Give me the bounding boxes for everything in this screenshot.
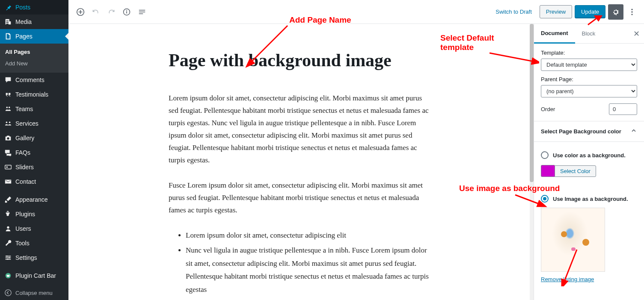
collapse-menu-button[interactable]: Collapse menu [0, 285, 68, 300]
collapse-icon [4, 289, 12, 297]
tab-document[interactable]: Document [534, 24, 575, 44]
sidebar-item-label: Tools [15, 240, 30, 247]
sidebar-item-label: Testimonials [15, 91, 48, 98]
sidebar-item-label: Teams [15, 106, 33, 112]
template-label: Template: [541, 50, 637, 56]
bg-color-panel-body: Use color as a background. Select Color … [534, 142, 644, 288]
list-block[interactable]: Lorem ipsum dolor sit amet, consectetur … [186, 229, 430, 296]
svg-point-13 [126, 10, 127, 11]
page-icon [4, 32, 12, 40]
sidebar-subitem[interactable]: All Pages [0, 46, 68, 58]
editor-header: Switch to Draft Preview Update [68, 0, 644, 24]
sidebar-item-settings[interactable]: Settings [0, 250, 68, 265]
sidebar-item-sliders[interactable]: Sliders [0, 160, 68, 174]
sidebar-item-faqs[interactable]: FAQs [0, 145, 68, 160]
media-icon [4, 18, 12, 26]
bg-color-panel-header[interactable]: Select Page Background color [534, 121, 644, 142]
sidebar-item-contact[interactable]: Contact [0, 174, 68, 189]
sidebar-item-media[interactable]: Media [0, 15, 68, 29]
gear-icon [611, 8, 620, 16]
paragraph-block[interactable]: Lorem ipsum dolor sit amet, consectetur … [169, 92, 430, 166]
sidebar-item-teams[interactable]: Teams [0, 102, 68, 116]
radio-use-image-label: Use Image as a background. [553, 196, 628, 202]
close-icon: ✕ [633, 29, 640, 38]
brush-icon [4, 196, 12, 203]
sidebar-item-label: Settings [15, 254, 37, 261]
sidebar-item-label: Plugin Cart Bar [15, 272, 56, 279]
inspector-sidebar: Document Block ✕ Template: Default templ… [534, 24, 644, 300]
svg-point-7 [7, 259, 9, 260]
svg-point-14 [631, 9, 632, 10]
close-inspector-button[interactable]: ✕ [629, 29, 644, 38]
svg-point-15 [631, 11, 632, 12]
paragraph-block[interactable]: Fusce Lorem ipsum dolor sit amet, consec… [169, 179, 430, 217]
pin-icon [4, 3, 12, 11]
sidebar-item-label: Posts [15, 4, 30, 11]
scrollbar-thumb[interactable] [530, 24, 534, 182]
group-icon [4, 105, 12, 113]
template-select[interactable]: Default template [541, 59, 637, 71]
mail-icon [4, 178, 12, 185]
editor-canvas[interactable]: Page with background image Lorem ipsum d… [68, 24, 530, 300]
sidebar-item-pages[interactable]: Pages [0, 29, 68, 44]
sidebar-subitem[interactable]: Add New [0, 58, 68, 69]
svg-point-5 [6, 256, 8, 257]
update-button[interactable]: Update [575, 5, 605, 18]
order-input[interactable] [609, 103, 637, 115]
remove-listing-image-link[interactable]: Remove listing image [541, 276, 594, 282]
sidebar-item-label: Comments [15, 76, 45, 83]
editor-content: Page with background image Lorem ipsum d… [169, 50, 430, 296]
collapse-menu-label: Collapse menu [15, 290, 53, 296]
comment-icon [4, 76, 12, 84]
redo-button[interactable] [104, 4, 119, 20]
sidebar-item-label: Pages [15, 33, 33, 40]
page-title[interactable]: Page with background image [169, 50, 430, 71]
sidebar-item-plugins[interactable]: Plugins [0, 207, 68, 221]
svg-point-16 [631, 14, 632, 15]
order-label: Order [541, 106, 555, 112]
list-item[interactable]: Lorem ipsum dolor sit amet, consectetur … [186, 229, 430, 242]
sidebar-item-label: Plugins [15, 211, 35, 218]
sidebar-item-testimonials[interactable]: Testimonials [0, 87, 68, 102]
color-swatch[interactable] [541, 165, 555, 177]
bg-color-panel-title: Select Page Background color [541, 128, 621, 135]
more-options-button[interactable] [624, 4, 640, 20]
quote-icon [4, 91, 12, 98]
tab-block[interactable]: Block [575, 24, 602, 43]
cart-icon [4, 272, 12, 279]
sidebar-item-posts[interactable]: Posts [0, 0, 68, 15]
sidebar-item-gallery[interactable]: Gallery [0, 131, 68, 145]
editor-scrollbar[interactable] [530, 24, 534, 300]
list-item[interactable]: Nunc vel ligula in augue tristique pelle… [186, 244, 430, 296]
kebab-icon [628, 8, 636, 16]
settings-toggle-button[interactable] [608, 4, 623, 20]
content-structure-button[interactable] [119, 4, 134, 20]
preview-button[interactable]: Preview [540, 5, 572, 18]
svg-point-3 [6, 166, 8, 168]
switch-to-draft-button[interactable]: Switch to Draft [490, 5, 537, 18]
radio-use-image[interactable] [541, 195, 549, 203]
sidebar-item-label: Users [15, 225, 31, 232]
chevron-up-icon [630, 127, 637, 135]
sidebar-item-plugin-cart-bar[interactable]: Plugin Cart Bar [0, 268, 68, 283]
group2-icon [4, 120, 12, 127]
sidebar-item-users[interactable]: Users [0, 221, 68, 236]
background-image-thumbnail[interactable] [541, 208, 605, 272]
radio-use-color[interactable] [541, 151, 549, 159]
sidebar-item-label: Gallery [15, 135, 34, 141]
sidebar-item-services[interactable]: Services [0, 116, 68, 131]
sidebar-item-comments[interactable]: Comments [0, 73, 68, 87]
sidebar-item-appearance[interactable]: Appearance [0, 192, 68, 207]
svg-point-9 [5, 290, 11, 296]
select-color-button[interactable]: Select Color [555, 165, 596, 177]
block-navigation-button[interactable] [134, 4, 150, 20]
parent-page-label: Parent Page: [541, 76, 637, 82]
parent-page-select[interactable]: (no parent) [541, 85, 637, 97]
sidebar-item-tools[interactable]: Tools [0, 236, 68, 250]
admin-sidebar: PostsMediaPagesAll PagesAdd NewCommentsT… [0, 0, 68, 300]
add-block-button[interactable] [73, 4, 88, 20]
undo-button[interactable] [88, 4, 104, 20]
slider-icon [4, 163, 12, 171]
svg-point-4 [7, 226, 9, 229]
camera-icon [4, 134, 12, 142]
